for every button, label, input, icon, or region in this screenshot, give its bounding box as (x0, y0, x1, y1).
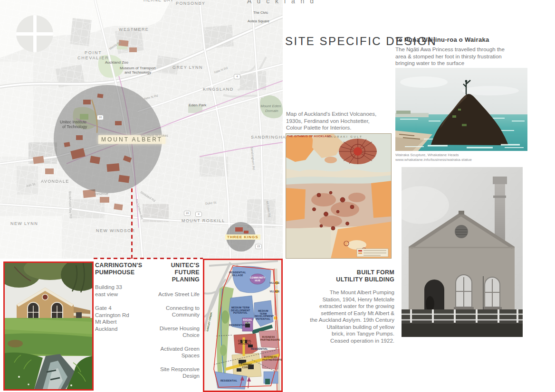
te-puna-line: area & stomped her foot in thirsty frust… (395, 53, 519, 60)
unitec-item: Connecting to Community (151, 305, 200, 318)
volcano-map: THE ISTHMUS OF AUCKLAND HAURAKI GULF (286, 133, 392, 259)
volcano-caption-line: Map of Auckland's Extinct Volcanoes, (286, 111, 400, 118)
map-label-chevalier: CHEVALIER (77, 56, 109, 60)
built-form-line: Ceased operation in 1922. (299, 337, 394, 345)
map-label-mt-eden-2: Domain (265, 109, 278, 113)
built-form-block: BUILT FORM ULTILITY BUILDING The Mount A… (299, 269, 394, 344)
carrington-pumphouse-photo (3, 261, 94, 391)
carrington-block: CARRINGTON'S PUMPHOUSE Building 33 east … (95, 262, 148, 332)
map-label-sandringham: SANDRINGHAM (251, 135, 290, 140)
carrington-line: Mt Albert (95, 318, 148, 326)
plan-label-village-2: VILLAGE (269, 290, 280, 293)
design-board: HERNE BAY PONSONBY A u c k l a n d The C… (0, 0, 555, 392)
map-label-herne-bay: HERNE BAY (144, 0, 174, 2)
te-puna-body: The Ngāti Awa Princess travelled through… (395, 46, 519, 67)
unitec-item: Active Street Life (151, 291, 200, 298)
map-label-westmere: WESTMERE (119, 27, 149, 32)
plan-label-business-1: BUSINESS PARTNERSHIPS (260, 336, 277, 341)
map-label-motat-2: and Technology (124, 70, 151, 75)
map-label-unitec-1: Unitec Institute (60, 120, 86, 124)
unitec-item: Diverse Housing Choice (151, 325, 200, 339)
te-puna-heading: Te Puna Wai-inu-roa o Wairaka (395, 36, 489, 43)
unitec-future-block: UNITEC'S FUTURE PLANING Active Street Li… (151, 262, 200, 380)
plan-label-business-2: BUSINESS PARTNERSHIPS (262, 356, 278, 361)
route-shield-16: 16 (97, 115, 104, 120)
carrington-line: Gate 4 (95, 305, 148, 312)
map-label-mount-roskill: MOUNT ROSKILL (182, 218, 225, 223)
plan-label-village-1: VILLAGE (269, 282, 280, 285)
map-label-auckland-zoo: Auckland Zoo (105, 60, 128, 65)
map-label-mt-eden-1: Mount Eden (260, 104, 281, 108)
wairaka-caption-line1: Wairaka Scupture, Whakatane Heads (395, 153, 472, 158)
map-label-new-windsor: NEW WINDSOR (96, 228, 135, 233)
unitec-heading-1: UNITEC'S FUTURE (151, 262, 200, 276)
map-label-eden-park: Eden Park (189, 103, 206, 107)
plan-label-community-hub: COMMUNITY HUB (250, 277, 265, 282)
carrington-line: Auckland (95, 326, 148, 333)
route-shield-15: 15 (255, 244, 262, 249)
rangitoto-volcano (339, 139, 377, 164)
map-label-kingsland: KINGSLAND (203, 87, 234, 92)
carrington-line: Building 33 (95, 284, 148, 291)
built-form-line: extracted water for the growing (299, 303, 394, 310)
volcano-map-sea-label: HAURAKI GULF (327, 135, 363, 138)
map-label-unitec-2: of Technology (62, 124, 87, 129)
plan-label-medium-term-1: MEDIUM TERM DEVELOPMENT POTENTIAL (231, 307, 250, 315)
map-label-ponsonby: PONSONBY (176, 1, 205, 6)
unitec-item: Activated Green Spaces (151, 345, 200, 359)
built-form-line: brick, iron Tangye Pumps. (299, 330, 394, 337)
map-label-new-lynn: NEW LYNN (10, 221, 38, 226)
map-label-aotea-square: Aotea Square (248, 19, 269, 23)
route-shield-4b: 4 (195, 212, 202, 217)
built-form-line: The Mount Albert Pumping (299, 289, 394, 296)
map-label-avondale: AVONDALE (41, 179, 69, 184)
built-form-line: settlement of Early Mt Albert & (299, 310, 394, 317)
wairaka-photo (395, 68, 527, 151)
pumping-station-photo (402, 167, 523, 337)
te-puna-line: The Ngāti Awa Princess travelled through… (395, 46, 519, 53)
plan-label-medium-term-2: MEDIUM TERM DEVELOPMENT POTENTIAL (255, 310, 272, 320)
unitec-heading-2: PLANING (151, 276, 200, 283)
volcano-caption-line: Colour Palette for Interiors. (286, 124, 400, 131)
carrington-heading-1: CARRINGTON'S (95, 262, 148, 269)
volcano-caption: Map of Auckland's Extinct Volcanoes, 193… (286, 111, 400, 131)
built-form-heading-2: ULTILITY BUILDING (299, 276, 394, 283)
carrington-line: Carrington Rd (95, 312, 148, 319)
volcano-caption-line: 1930s, Ferdinand von Hochstetter, (286, 118, 400, 125)
map-label-motat-1: Museum of Transport (120, 66, 156, 70)
location-map: HERNE BAY PONSONBY A u c k l a n d The C… (0, 0, 283, 259)
map-label-westfield: Westfield St Lukes (141, 134, 168, 137)
built-form-line: Station, 1904, Henry Metclafe (299, 296, 394, 303)
plan-label-residential-c: RESIDENTIAL (220, 380, 235, 383)
map-label-three-kings: THREE KINGS (225, 234, 260, 240)
plan-label-residential-a: RESIDENTIAL (229, 324, 243, 327)
site-link-dash-vertical (131, 188, 133, 259)
plan-label-learning-core: LEARNING CORE (237, 364, 255, 369)
built-form-line: the Auckland Asylym. 19th Century (299, 317, 394, 324)
carrington-heading-2: PUMPHOUSE (95, 269, 148, 276)
wairaka-caption: Wairaka Scupture, Whakatane Heads www.wh… (395, 153, 472, 162)
te-puna-line: bringing water to the surface (395, 60, 519, 67)
map-label-the-civic: The Civic (253, 10, 268, 15)
built-form-line: Utalitarian building of yellow (299, 324, 394, 331)
masterplan-map: RESIDENTIAL VILLAGE COMMUNITY HUB MEDIUM… (203, 259, 283, 392)
route-shield-16b: 16 (184, 211, 191, 216)
unitec-item: Site Responsive Design (151, 366, 200, 380)
map-label-point: POINT (85, 50, 102, 55)
carrington-line: east view (95, 291, 148, 298)
built-form-heading-1: BUILT FORM (299, 269, 394, 276)
plan-label-residential-b: RESIDENTIAL (251, 348, 265, 351)
plan-label-residential-village: RESIDENTIAL VILLAGE (227, 271, 248, 277)
map-label-grey-lynn: GREY LYNN (172, 65, 203, 70)
plan-label-cultural-precinct: CULTURAL PRECINCT (235, 340, 255, 345)
compass-icon (16, 15, 53, 52)
wairaka-caption-line2: www.whakatane.info/business/wairaka-stat… (395, 158, 472, 162)
map-label-auckland: A u c k l a n d (247, 0, 316, 5)
map-label-reserve: Reserve (94, 192, 108, 196)
volcano-map-title: THE ISTHMUS OF AUCKLAND (287, 135, 331, 138)
route-shield-4: 4 (234, 74, 240, 79)
site-link-dash-horizontal (94, 258, 203, 259)
